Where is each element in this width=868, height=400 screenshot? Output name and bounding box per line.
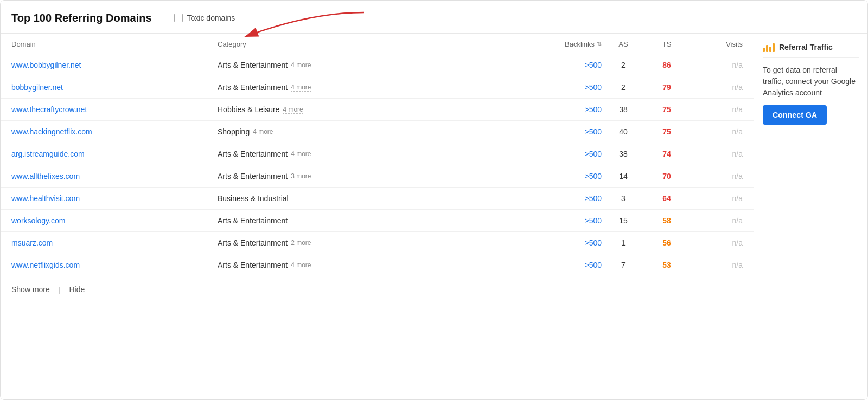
main-table-area: Domain Category Backlinks ⇅ AS TS Visits [1, 34, 754, 303]
cell-as-2: 38 [602, 105, 645, 114]
table-row: www.netflixgids.com Arts & Entertainment… [1, 254, 754, 276]
table-row: worksology.com Arts & Entertainment >500… [1, 210, 754, 232]
footer-divider: | [59, 286, 61, 294]
show-more-link[interactable]: Show more [11, 285, 50, 294]
referral-description: To get data on referral traffic, connect… [763, 64, 859, 99]
domain-link-3[interactable]: www.hackingnetflix.com [11, 127, 92, 136]
cell-backlinks-3: >500 [515, 127, 602, 136]
header-divider [163, 10, 163, 25]
cell-visits-8: n/a [688, 238, 743, 247]
domain-link-5[interactable]: www.allthefixes.com [11, 172, 80, 180]
toxic-domains-checkbox[interactable] [174, 14, 183, 22]
more-tag-2[interactable]: 4 more [283, 106, 303, 114]
page-title: Top 100 Referring Domains [11, 12, 152, 24]
cell-category-4: Arts & Entertainment 4 more [218, 150, 515, 158]
domain-link-8[interactable]: msuarz.com [11, 238, 53, 247]
footer: Show more | Hide [1, 276, 754, 303]
cell-visits-9: n/a [688, 261, 743, 269]
cell-domain-2[interactable]: www.thecraftycrow.net [11, 105, 218, 114]
referral-header: Referral Traffic [763, 42, 859, 58]
more-tag-4[interactable]: 4 more [291, 150, 311, 158]
more-tag-5[interactable]: 3 more [291, 172, 311, 180]
cell-domain-6[interactable]: www.healthvisit.com [11, 194, 218, 203]
cell-category-7: Arts & Entertainment [218, 216, 515, 225]
cell-category-9: Arts & Entertainment 4 more [218, 261, 515, 269]
cell-ts-0: 86 [645, 61, 688, 69]
cell-visits-0: n/a [688, 61, 743, 69]
cell-ts-4: 74 [645, 150, 688, 158]
cell-category-3: Shopping 4 more [218, 127, 515, 136]
cell-category-5: Arts & Entertainment 3 more [218, 172, 515, 180]
table-body: www.bobbygilner.net Arts & Entertainment… [1, 54, 754, 276]
domain-link-6[interactable]: www.healthvisit.com [11, 194, 80, 203]
cell-visits-5: n/a [688, 172, 743, 180]
cell-ts-1: 79 [645, 83, 688, 92]
cell-domain-0[interactable]: www.bobbygilner.net [11, 61, 218, 69]
main-container: Top 100 Referring Domains Toxic domains [0, 0, 868, 400]
cell-visits-3: n/a [688, 127, 743, 136]
cell-as-3: 40 [602, 127, 645, 136]
col-category: Category [218, 40, 515, 48]
cell-ts-8: 56 [645, 238, 688, 247]
cell-domain-3[interactable]: www.hackingnetflix.com [11, 127, 218, 136]
cell-domain-1[interactable]: bobbygilner.net [11, 83, 218, 92]
col-ts: TS [645, 40, 688, 48]
cell-backlinks-0: >500 [515, 61, 602, 69]
hide-link[interactable]: Hide [69, 285, 85, 294]
column-headers: Domain Category Backlinks ⇅ AS TS Visits [1, 34, 754, 54]
domain-link-9[interactable]: www.netflixgids.com [11, 261, 80, 269]
col-visits: Visits [688, 40, 743, 48]
toxic-domains-text: Toxic domains [187, 14, 235, 22]
domain-link-4[interactable]: arg.istreamguide.com [11, 150, 85, 158]
cell-domain-8[interactable]: msuarz.com [11, 238, 218, 247]
cell-backlinks-6: >500 [515, 194, 602, 203]
col-backlinks[interactable]: Backlinks ⇅ [515, 40, 602, 48]
col-as: AS [602, 40, 645, 48]
cell-backlinks-4: >500 [515, 150, 602, 158]
cell-as-6: 3 [602, 194, 645, 203]
more-tag-8[interactable]: 2 more [291, 239, 311, 247]
cell-as-0: 2 [602, 61, 645, 69]
cell-ts-5: 70 [645, 172, 688, 180]
more-tag-9[interactable]: 4 more [291, 261, 311, 269]
cell-visits-4: n/a [688, 150, 743, 158]
toxic-domains-label[interactable]: Toxic domains [174, 14, 235, 22]
cell-as-8: 1 [602, 238, 645, 247]
col-domain: Domain [11, 40, 218, 48]
header: Top 100 Referring Domains Toxic domains [1, 1, 867, 34]
domain-link-1[interactable]: bobbygilner.net [11, 83, 63, 92]
cell-visits-6: n/a [688, 194, 743, 203]
domain-link-2[interactable]: www.thecraftycrow.net [11, 105, 87, 114]
referral-title: Referral Traffic [779, 43, 833, 51]
table-row: msuarz.com Arts & Entertainment 2 more >… [1, 232, 754, 254]
cell-as-7: 15 [602, 216, 645, 225]
cell-domain-9[interactable]: www.netflixgids.com [11, 261, 218, 269]
cell-category-6: Business & Industrial [218, 194, 515, 203]
domain-link-0[interactable]: www.bobbygilner.net [11, 61, 81, 69]
cell-category-2: Hobbies & Leisure 4 more [218, 105, 515, 114]
table-row: bobbygilner.net Arts & Entertainment 4 m… [1, 76, 754, 99]
cell-domain-4[interactable]: arg.istreamguide.com [11, 150, 218, 158]
more-tag-3[interactable]: 4 more [253, 128, 273, 136]
cell-ts-7: 58 [645, 216, 688, 225]
cell-domain-7[interactable]: worksology.com [11, 216, 218, 225]
more-tag-1[interactable]: 4 more [291, 83, 311, 92]
cell-ts-2: 75 [645, 105, 688, 114]
table-with-sidebar: Domain Category Backlinks ⇅ AS TS Visits [1, 34, 867, 303]
domain-link-7[interactable]: worksology.com [11, 216, 65, 225]
table-row: www.allthefixes.com Arts & Entertainment… [1, 165, 754, 188]
cell-category-8: Arts & Entertainment 2 more [218, 238, 515, 247]
more-tag-0[interactable]: 4 more [291, 61, 311, 69]
cell-domain-5[interactable]: www.allthefixes.com [11, 172, 218, 180]
connect-ga-button[interactable]: Connect GA [763, 105, 827, 125]
table-row: arg.istreamguide.com Arts & Entertainmen… [1, 143, 754, 165]
sort-icon: ⇅ [597, 41, 602, 48]
cell-backlinks-2: >500 [515, 105, 602, 114]
table-row: www.thecraftycrow.net Hobbies & Leisure … [1, 99, 754, 121]
cell-backlinks-9: >500 [515, 261, 602, 269]
cell-as-5: 14 [602, 172, 645, 180]
cell-ts-6: 64 [645, 194, 688, 203]
table-row: www.hackingnetflix.com Shopping 4 more >… [1, 121, 754, 143]
cell-backlinks-8: >500 [515, 238, 602, 247]
cell-visits-2: n/a [688, 105, 743, 114]
